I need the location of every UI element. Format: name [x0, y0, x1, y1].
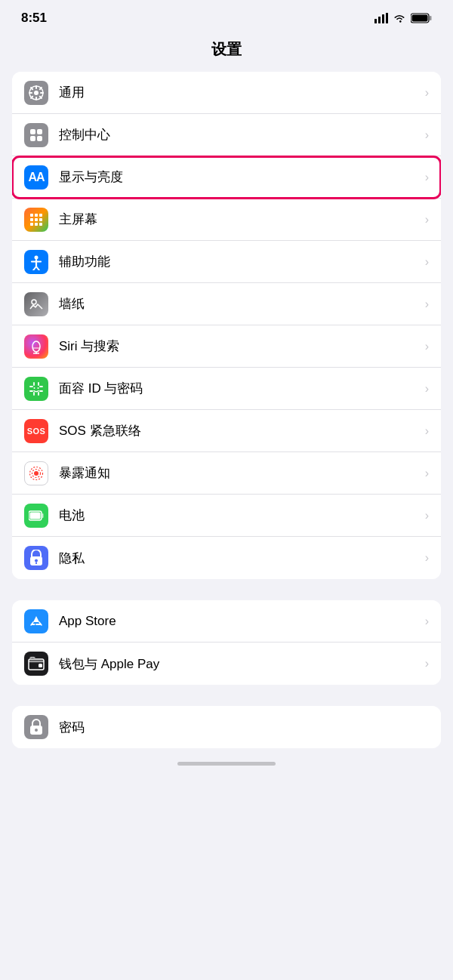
faceid-chevron: ›	[425, 382, 429, 396]
appstore-icon	[24, 609, 48, 633]
accessibility-chevron: ›	[425, 255, 429, 269]
svg-point-35	[32, 300, 36, 304]
svg-point-50	[34, 471, 39, 476]
privacy-icon	[24, 546, 48, 570]
svg-rect-5	[430, 16, 432, 20]
settings-row-control-center[interactable]: 控制中心 ›	[12, 114, 441, 156]
home-indicator	[0, 756, 453, 769]
privacy-label: 隐私	[59, 550, 419, 567]
wallpaper-chevron: ›	[425, 297, 429, 311]
appstore-label: App Store	[59, 614, 419, 629]
settings-group-1: 通用 › 控制中心 › AA 显示与亮度 ›	[12, 72, 441, 579]
svg-rect-6	[412, 15, 428, 22]
settings-row-homescreen[interactable]: 主屏幕 ›	[12, 199, 441, 241]
homescreen-chevron: ›	[425, 213, 429, 227]
settings-row-battery[interactable]: 电池 ›	[12, 495, 441, 537]
svg-point-49	[38, 387, 39, 389]
sos-icon: SOS	[24, 419, 48, 443]
control-center-label: 控制中心	[59, 126, 419, 143]
status-time: 8:51	[21, 11, 47, 26]
general-chevron: ›	[425, 86, 429, 100]
wallpaper-label: 墙纸	[59, 295, 419, 313]
general-label: 通用	[59, 84, 419, 101]
svg-rect-0	[374, 19, 377, 23]
settings-row-appstore[interactable]: App Store ›	[12, 600, 441, 643]
svg-rect-27	[30, 223, 33, 226]
appstore-chevron: ›	[425, 615, 429, 628]
svg-rect-54	[42, 513, 44, 518]
svg-rect-19	[30, 136, 35, 141]
svg-point-57	[35, 559, 38, 562]
svg-rect-61	[39, 664, 42, 667]
svg-rect-24	[30, 218, 33, 221]
faceid-icon	[24, 377, 48, 401]
status-icons	[374, 13, 432, 23]
settings-row-exposure[interactable]: 暴露通知 ›	[12, 452, 441, 495]
svg-rect-23	[39, 214, 42, 217]
svg-point-63	[35, 729, 38, 732]
homescreen-icon	[24, 208, 48, 232]
faceid-label: 面容 ID 与密码	[59, 380, 419, 397]
siri-label: Siri 与搜索	[59, 337, 419, 355]
svg-rect-3	[386, 13, 388, 23]
settings-row-wallpaper[interactable]: 墙纸 ›	[12, 283, 441, 325]
settings-row-accessibility[interactable]: 辅助功能 ›	[12, 241, 441, 283]
settings-row-siri[interactable]: Siri 与搜索 ›	[12, 325, 441, 368]
svg-point-8	[34, 91, 39, 95]
battery-icon	[411, 13, 432, 23]
password-icon	[24, 715, 48, 739]
svg-point-48	[34, 387, 35, 389]
privacy-chevron: ›	[425, 551, 429, 565]
wallet-chevron: ›	[425, 657, 429, 670]
sos-chevron: ›	[425, 424, 429, 438]
settings-group-2: App Store › 钱包与 Apple Pay ›	[12, 600, 441, 685]
svg-point-30	[35, 255, 39, 259]
svg-rect-1	[378, 17, 381, 23]
status-bar: 8:51	[0, 0, 453, 33]
svg-rect-25	[35, 218, 38, 221]
display-label: 显示与亮度	[59, 168, 419, 186]
page-title: 设置	[211, 41, 242, 57]
siri-icon	[24, 334, 48, 359]
svg-rect-17	[30, 129, 35, 134]
signal-icon	[374, 13, 388, 23]
svg-rect-20	[37, 136, 42, 141]
control-center-icon	[24, 123, 48, 147]
settings-row-faceid[interactable]: 面容 ID 与密码 ›	[12, 368, 441, 410]
svg-rect-28	[35, 223, 38, 226]
sos-label: SOS 紧急联络	[59, 422, 419, 439]
wifi-icon	[393, 13, 406, 23]
display-icon: AA	[24, 165, 48, 190]
accessibility-label: 辅助功能	[59, 253, 419, 270]
svg-rect-21	[30, 214, 33, 217]
settings-row-privacy[interactable]: 隐私 ›	[12, 537, 441, 579]
svg-line-34	[36, 267, 39, 270]
battery-chevron: ›	[425, 509, 429, 522]
exposure-label: 暴露通知	[59, 464, 419, 482]
siri-chevron: ›	[425, 340, 429, 353]
svg-point-36	[32, 341, 40, 352]
settings-group-3: 密码	[12, 706, 441, 748]
settings-row-display[interactable]: AA 显示与亮度 ›	[12, 156, 441, 199]
exposure-icon	[24, 461, 48, 485]
battery-label: 电池	[59, 507, 419, 524]
general-icon	[24, 81, 48, 105]
wallet-icon	[24, 652, 48, 676]
svg-rect-26	[39, 218, 42, 221]
svg-rect-29	[39, 223, 42, 226]
password-label: 密码	[59, 719, 423, 736]
settings-row-general[interactable]: 通用 ›	[12, 72, 441, 114]
control-center-chevron: ›	[425, 128, 429, 142]
wallpaper-icon	[24, 292, 48, 316]
page-title-bar: 设置	[0, 33, 453, 72]
settings-row-wallet[interactable]: 钱包与 Apple Pay ›	[12, 643, 441, 685]
display-chevron: ›	[425, 171, 429, 184]
wallet-label: 钱包与 Apple Pay	[59, 655, 419, 673]
settings-row-sos[interactable]: SOS SOS 紧急联络 ›	[12, 410, 441, 452]
svg-rect-22	[35, 214, 38, 217]
svg-rect-55	[30, 512, 41, 519]
homescreen-label: 主屏幕	[59, 211, 419, 228]
settings-row-password[interactable]: 密码	[12, 706, 441, 748]
home-indicator-bar	[177, 762, 276, 766]
exposure-chevron: ›	[425, 467, 429, 480]
